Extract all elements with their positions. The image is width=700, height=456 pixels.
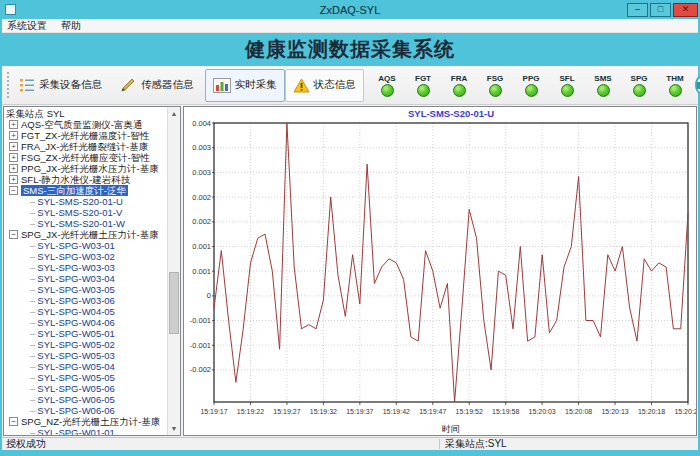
expand-plus-icon[interactable]: + [9, 142, 18, 151]
tree-root-station[interactable]: 采集站点 SYL [6, 108, 180, 119]
x-axis-tick-label: 15:20:03 [529, 408, 556, 415]
tree-leaf-sensor[interactable]: SYL-SMS-S20-01-V [6, 207, 180, 218]
main-area: 采集站点 SYL+AQS-空气质量监测仪-富奥通+FGT_ZX-光纤光栅温度计-… [2, 105, 698, 437]
tree-leaf-sensor[interactable]: SYL-SPG-W06-05 [6, 394, 180, 405]
tree-leaf-sensor[interactable]: SYL-SPG-W03-02 [6, 251, 180, 262]
expand-plus-icon[interactable]: + [9, 164, 18, 173]
sensor-info-label: 传感器信息 [141, 78, 194, 92]
x-axis-title: 时间 [442, 424, 460, 434]
x-axis-tick-label: 15:20:08 [565, 408, 592, 415]
y-axis-tick-label: -0.002 [190, 365, 211, 374]
channel-indicator-fgt: FGT [410, 74, 437, 97]
x-axis-tick-label: 15:19:58 [492, 408, 519, 415]
minimize-button[interactable]: – [627, 3, 648, 17]
tree-leaf-sensor[interactable]: SYL-SPG-W05-03 [6, 350, 180, 361]
tree-item-label: SYL-SPG-W01-01 [37, 427, 115, 436]
station-tree-panel: 采集站点 SYL+AQS-空气质量监测仪-富奥通+FGT_ZX-光纤光栅温度计-… [3, 106, 181, 436]
collapse-minus-icon[interactable]: − [9, 230, 18, 239]
scroll-up-arrow[interactable]: ▲ [168, 107, 180, 120]
page-title: 健康监测数据采集系统 [245, 36, 455, 63]
collapse-minus-icon[interactable]: − [9, 186, 18, 195]
green-led-icon [597, 84, 610, 97]
tree-leaf-sensor[interactable]: SYL-SMS-S20-01-U [6, 196, 180, 207]
sensor-info-button[interactable]: 传感器信息 [113, 70, 201, 100]
tree-item-label: SYL-SPG-W03-01 [37, 240, 115, 251]
channel-indicator-sfl: SFL [554, 74, 581, 97]
close-button[interactable]: ✕ [673, 3, 698, 17]
maximize-button[interactable]: □ [650, 3, 671, 17]
tree-group-node[interactable]: −SPG_NZ-光纤光栅土压力计-基康 [6, 416, 180, 427]
tree-group-node[interactable]: −SMS-三向加速度计-泛华 [6, 185, 180, 196]
tree-leaf-sensor[interactable]: SYL-SPG-W01-01 [6, 427, 180, 436]
tree-item-label: FSG_ZX-光纤光栅应变计-智性 [21, 152, 150, 163]
tree-item-label: SYL-SPG-W05-06 [37, 383, 115, 394]
expand-plus-icon[interactable]: + [9, 153, 18, 162]
tree-leaf-sensor[interactable]: SYL-SPG-W05-06 [6, 383, 180, 394]
sensor-pen-icon [120, 78, 137, 93]
tree-group-node[interactable]: +AQS-空气质量监测仪-富奥通 [6, 119, 180, 130]
app-banner: 健康监测数据采集系统 [2, 33, 698, 66]
tree-group-node[interactable]: −SPG_JX-光纤光栅土压力计-基康 [6, 229, 180, 240]
tree-leaf-sensor[interactable]: SYL-SPG-W03-05 [6, 284, 180, 295]
expand-plus-icon[interactable]: + [9, 131, 18, 140]
tree-leaf-sensor[interactable]: SYL-SPG-W04-06 [6, 317, 180, 328]
tree-item-label: SYL-SPG-W05-01 [37, 328, 115, 339]
tree-leaf-sensor[interactable]: SYL-SMS-S20-01-W [6, 218, 180, 229]
menu-bar: 系统设置 帮助 [2, 19, 698, 33]
tree-item-label: SMS-三向加速度计-泛华 [21, 185, 128, 196]
tree-leaf-sensor[interactable]: SYL-SPG-W03-01 [6, 240, 180, 251]
device-list-icon [19, 77, 35, 93]
y-axis-tick-label: 0.002 [192, 217, 211, 226]
menu-item-help[interactable]: 帮助 [61, 19, 81, 33]
scrollbar-thumb[interactable] [169, 272, 179, 334]
tree-leaf-sensor[interactable]: SYL-SPG-W05-01 [6, 328, 180, 339]
tree-leaf-sensor[interactable]: SYL-SPG-W05-05 [6, 372, 180, 383]
status-info-button[interactable]: 状态信息 [285, 69, 364, 102]
device-info-button[interactable]: 采集设备信息 [12, 70, 109, 100]
y-axis-tick-label: 0.004 [192, 119, 211, 128]
tree-item-label: SYL-SPG-W04-06 [37, 317, 115, 328]
tree-group-node[interactable]: +FRA_JX-光纤光栅裂缝计-基康 [6, 141, 180, 152]
tree-leaf-sensor[interactable]: SYL-SPG-W03-03 [6, 262, 180, 273]
channel-indicator-aqs: AQS [374, 74, 401, 97]
tree-item-label: SPG_JX-光纤光栅土压力计-基康 [21, 229, 159, 240]
tree-leaf-sensor[interactable]: SYL-SPG-W03-04 [6, 273, 180, 284]
realtime-collect-button[interactable]: 实时采集 [205, 69, 285, 102]
tree-leaf-sensor[interactable]: SYL-SPG-W05-04 [6, 361, 180, 372]
tree-group-node[interactable]: +SFL-静力水准仪-建岩科技 [6, 174, 180, 185]
channel-label: FSG [487, 74, 503, 83]
tree-group-node[interactable]: +FSG_ZX-光纤光栅应变计-智性 [6, 152, 180, 163]
green-led-icon [525, 84, 538, 97]
green-led-icon [417, 84, 430, 97]
collapse-minus-icon[interactable]: − [9, 417, 18, 426]
y-axis-tick-label: 0.001 [192, 242, 211, 251]
tree-leaf-sensor[interactable]: SYL-SPG-W03-06 [6, 295, 180, 306]
tree-leaf-sensor[interactable]: SYL-SPG-W04-05 [6, 306, 180, 317]
tree-item-label: SYL-SPG-W03-03 [37, 262, 115, 273]
y-axis-tick-label: 0.002 [192, 193, 211, 202]
tree-item-label: SYL-SMS-S20-01-W [37, 218, 125, 229]
expand-plus-icon[interactable]: + [9, 120, 18, 129]
tree-item-label: SYL-SPG-W03-04 [37, 273, 115, 284]
menu-item-system-settings[interactable]: 系统设置 [7, 19, 47, 33]
status-bar: 授权成功 采集站点:SYL [2, 437, 698, 450]
green-led-icon [381, 84, 394, 97]
y-axis-tick-label: -0.001 [190, 316, 211, 325]
channel-label: FGT [415, 74, 431, 83]
tree-leaf-sensor[interactable]: SYL-SPG-W06-06 [6, 405, 180, 416]
tree-item-label: 采集站点 SYL [6, 108, 65, 119]
warning-triangle-icon [293, 78, 310, 93]
tree-leaf-sensor[interactable]: SYL-SPG-W05-02 [6, 339, 180, 350]
channel-indicator-sms: SMS [590, 74, 617, 97]
x-axis-tick-label: 15:19:22 [237, 408, 264, 415]
tree-group-node[interactable]: +FGT_ZX-光纤光栅温度计-智性 [6, 130, 180, 141]
channel-label: PPG [523, 74, 540, 83]
tree-group-node[interactable]: +PPG_JX-光纤光栅水压力计-基康 [6, 163, 180, 174]
expand-plus-icon[interactable]: + [9, 175, 18, 184]
station-tree: 采集站点 SYL+AQS-空气质量监测仪-富奥通+FGT_ZX-光纤光栅温度计-… [6, 108, 180, 436]
tree-scrollbar[interactable]: ▲ ▼ [167, 107, 180, 435]
green-led-icon [453, 84, 466, 97]
channel-indicator-fsg: FSG [482, 74, 509, 97]
scroll-down-arrow[interactable]: ▼ [168, 422, 180, 435]
x-axis-tick-label: 15:20:13 [601, 408, 628, 415]
